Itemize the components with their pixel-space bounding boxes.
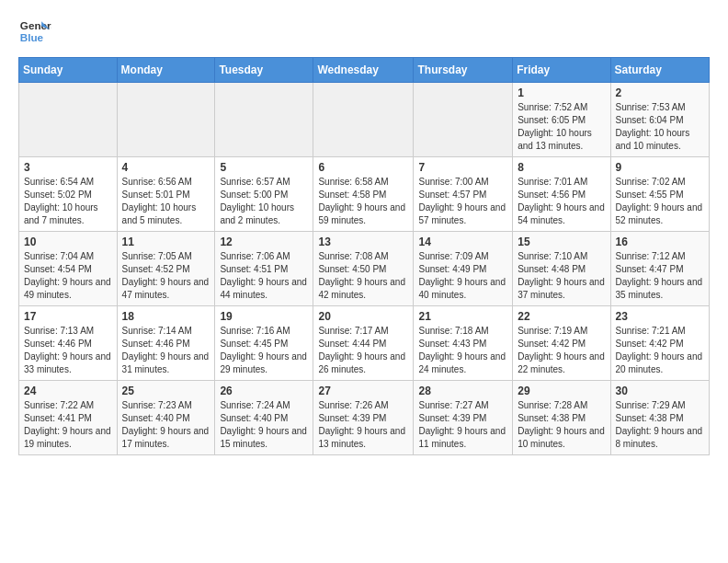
day-info: Sunrise: 7:08 AM Sunset: 4:50 PM Dayligh… <box>318 250 408 302</box>
calendar-day-cell: 25Sunrise: 7:23 AM Sunset: 4:40 PM Dayli… <box>117 381 215 455</box>
calendar-week-row: 10Sunrise: 7:04 AM Sunset: 4:54 PM Dayli… <box>19 232 710 306</box>
calendar-table: SundayMondayTuesdayWednesdayThursdayFrid… <box>18 57 710 455</box>
day-number: 8 <box>518 161 605 174</box>
day-info: Sunrise: 7:22 AM Sunset: 4:41 PM Dayligh… <box>24 399 112 451</box>
calendar-body: 1Sunrise: 7:52 AM Sunset: 6:05 PM Daylig… <box>19 83 710 455</box>
calendar-day-cell <box>117 83 215 157</box>
day-info: Sunrise: 7:26 AM Sunset: 4:39 PM Dayligh… <box>318 399 408 451</box>
day-info: Sunrise: 7:23 AM Sunset: 4:40 PM Dayligh… <box>122 399 210 451</box>
calendar-day-cell: 12Sunrise: 7:06 AM Sunset: 4:51 PM Dayli… <box>215 232 313 306</box>
calendar-day-cell: 19Sunrise: 7:16 AM Sunset: 4:45 PM Dayli… <box>215 306 313 381</box>
day-number: 15 <box>518 236 605 248</box>
calendar-week-row: 17Sunrise: 7:13 AM Sunset: 4:46 PM Dayli… <box>19 306 710 381</box>
calendar-day-cell: 16Sunrise: 7:12 AM Sunset: 4:47 PM Dayli… <box>610 232 709 306</box>
calendar-day-cell <box>414 83 513 157</box>
day-info: Sunrise: 7:14 AM Sunset: 4:46 PM Dayligh… <box>122 325 210 376</box>
day-info: Sunrise: 7:29 AM Sunset: 4:38 PM Dayligh… <box>616 399 704 451</box>
day-number: 24 <box>24 385 112 397</box>
day-info: Sunrise: 7:17 AM Sunset: 4:44 PM Dayligh… <box>318 325 408 376</box>
calendar-header-row: SundayMondayTuesdayWednesdayThursdayFrid… <box>19 58 710 83</box>
calendar-week-row: 24Sunrise: 7:22 AM Sunset: 4:41 PM Dayli… <box>19 381 710 455</box>
day-info: Sunrise: 7:10 AM Sunset: 4:48 PM Dayligh… <box>518 250 605 302</box>
calendar-day-cell: 7Sunrise: 7:00 AM Sunset: 4:57 PM Daylig… <box>414 157 513 232</box>
calendar-day-cell: 27Sunrise: 7:26 AM Sunset: 4:39 PM Dayli… <box>313 381 414 455</box>
day-number: 14 <box>418 236 507 248</box>
day-number: 4 <box>122 161 210 174</box>
day-info: Sunrise: 7:04 AM Sunset: 4:54 PM Dayligh… <box>24 250 112 302</box>
day-number: 3 <box>24 161 112 174</box>
day-info: Sunrise: 7:28 AM Sunset: 4:38 PM Dayligh… <box>518 399 605 451</box>
calendar-day-cell: 5Sunrise: 6:57 AM Sunset: 5:00 PM Daylig… <box>215 157 313 232</box>
day-info: Sunrise: 7:19 AM Sunset: 4:42 PM Dayligh… <box>518 325 605 376</box>
calendar-week-row: 3Sunrise: 6:54 AM Sunset: 5:02 PM Daylig… <box>19 157 710 232</box>
calendar-day-cell: 10Sunrise: 7:04 AM Sunset: 4:54 PM Dayli… <box>19 232 118 306</box>
day-of-week-header: Tuesday <box>215 58 313 83</box>
day-number: 16 <box>616 236 704 248</box>
calendar-day-cell: 9Sunrise: 7:02 AM Sunset: 4:55 PM Daylig… <box>610 157 709 232</box>
day-number: 21 <box>418 310 507 323</box>
day-info: Sunrise: 7:13 AM Sunset: 4:46 PM Dayligh… <box>24 325 112 376</box>
day-number: 27 <box>318 385 408 397</box>
calendar-week-row: 1Sunrise: 7:52 AM Sunset: 6:05 PM Daylig… <box>19 83 710 157</box>
day-number: 18 <box>122 310 210 323</box>
calendar-day-cell: 14Sunrise: 7:09 AM Sunset: 4:49 PM Dayli… <box>414 232 513 306</box>
day-info: Sunrise: 6:58 AM Sunset: 4:58 PM Dayligh… <box>318 176 408 227</box>
day-info: Sunrise: 7:12 AM Sunset: 4:47 PM Dayligh… <box>616 250 704 302</box>
day-number: 20 <box>318 310 408 323</box>
calendar-day-cell: 1Sunrise: 7:52 AM Sunset: 6:05 PM Daylig… <box>513 83 610 157</box>
svg-text:General: General <box>20 19 51 31</box>
day-number: 7 <box>418 161 507 174</box>
day-of-week-header: Monday <box>117 58 215 83</box>
day-number: 9 <box>616 161 704 174</box>
day-number: 25 <box>122 385 210 397</box>
day-number: 19 <box>220 310 308 323</box>
day-info: Sunrise: 7:52 AM Sunset: 6:05 PM Dayligh… <box>518 101 605 153</box>
day-info: Sunrise: 7:09 AM Sunset: 4:49 PM Dayligh… <box>418 250 507 302</box>
day-info: Sunrise: 7:05 AM Sunset: 4:52 PM Dayligh… <box>122 250 210 302</box>
calendar-day-cell: 8Sunrise: 7:01 AM Sunset: 4:56 PM Daylig… <box>513 157 610 232</box>
calendar-day-cell: 30Sunrise: 7:29 AM Sunset: 4:38 PM Dayli… <box>610 381 709 455</box>
logo-icon: General Blue <box>18 15 51 48</box>
day-info: Sunrise: 7:16 AM Sunset: 4:45 PM Dayligh… <box>220 325 308 376</box>
day-number: 22 <box>518 310 605 323</box>
calendar-day-cell: 15Sunrise: 7:10 AM Sunset: 4:48 PM Dayli… <box>513 232 610 306</box>
day-of-week-header: Sunday <box>19 58 118 83</box>
calendar-day-cell: 29Sunrise: 7:28 AM Sunset: 4:38 PM Dayli… <box>513 381 610 455</box>
calendar-day-cell: 13Sunrise: 7:08 AM Sunset: 4:50 PM Dayli… <box>313 232 414 306</box>
day-info: Sunrise: 7:27 AM Sunset: 4:39 PM Dayligh… <box>418 399 507 451</box>
calendar-day-cell <box>19 83 118 157</box>
day-of-week-header: Wednesday <box>313 58 414 83</box>
calendar-day-cell: 6Sunrise: 6:58 AM Sunset: 4:58 PM Daylig… <box>313 157 414 232</box>
day-info: Sunrise: 7:06 AM Sunset: 4:51 PM Dayligh… <box>220 250 308 302</box>
calendar-day-cell: 17Sunrise: 7:13 AM Sunset: 4:46 PM Dayli… <box>19 306 118 381</box>
day-number: 2 <box>616 86 704 99</box>
day-info: Sunrise: 7:00 AM Sunset: 4:57 PM Dayligh… <box>418 176 507 227</box>
day-info: Sunrise: 6:54 AM Sunset: 5:02 PM Dayligh… <box>24 176 112 227</box>
calendar-day-cell: 18Sunrise: 7:14 AM Sunset: 4:46 PM Dayli… <box>117 306 215 381</box>
day-info: Sunrise: 6:57 AM Sunset: 5:00 PM Dayligh… <box>220 176 308 227</box>
day-number: 30 <box>616 385 704 397</box>
day-number: 13 <box>318 236 408 248</box>
day-info: Sunrise: 7:01 AM Sunset: 4:56 PM Dayligh… <box>518 176 605 227</box>
calendar-day-cell: 23Sunrise: 7:21 AM Sunset: 4:42 PM Dayli… <box>610 306 709 381</box>
calendar-day-cell: 24Sunrise: 7:22 AM Sunset: 4:41 PM Dayli… <box>19 381 118 455</box>
day-number: 11 <box>122 236 210 248</box>
day-number: 5 <box>220 161 308 174</box>
header: General Blue <box>18 15 710 48</box>
calendar-day-cell: 11Sunrise: 7:05 AM Sunset: 4:52 PM Dayli… <box>117 232 215 306</box>
day-number: 28 <box>418 385 507 397</box>
svg-text:Blue: Blue <box>20 31 44 43</box>
day-number: 23 <box>616 310 704 323</box>
calendar-day-cell <box>313 83 414 157</box>
day-number: 1 <box>518 86 605 99</box>
day-of-week-header: Thursday <box>414 58 513 83</box>
day-number: 10 <box>24 236 112 248</box>
day-number: 26 <box>220 385 308 397</box>
day-number: 29 <box>518 385 605 397</box>
day-info: Sunrise: 7:24 AM Sunset: 4:40 PM Dayligh… <box>220 399 308 451</box>
calendar-day-cell: 21Sunrise: 7:18 AM Sunset: 4:43 PM Dayli… <box>414 306 513 381</box>
day-of-week-header: Friday <box>513 58 610 83</box>
day-info: Sunrise: 7:21 AM Sunset: 4:42 PM Dayligh… <box>616 325 704 376</box>
calendar-day-cell: 2Sunrise: 7:53 AM Sunset: 6:04 PM Daylig… <box>610 83 709 157</box>
calendar-day-cell: 4Sunrise: 6:56 AM Sunset: 5:01 PM Daylig… <box>117 157 215 232</box>
